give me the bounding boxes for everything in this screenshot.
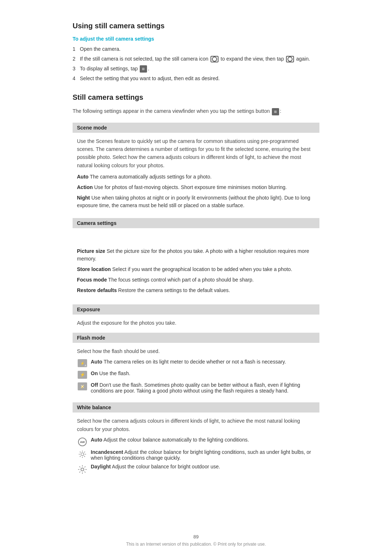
- subsection-title: To adjust the still camera settings: [73, 36, 319, 42]
- still-camera-title: Still camera settings: [73, 93, 319, 102]
- flash-mode-header: Flash mode: [73, 333, 319, 343]
- svg-line-15: [85, 467, 86, 468]
- flash-off: ⚡ ✕ Off Don't use the flash. Sometimes p…: [77, 382, 315, 394]
- scene-auto: Auto The camera automatically adjusts se…: [77, 173, 315, 181]
- focus-mode: Focus mode The focus settings control wh…: [77, 276, 315, 284]
- restore-defaults: Restore defaults Restore the camera sett…: [77, 287, 315, 294]
- step-3: 3 To display all settings, tap ⊞.: [73, 65, 319, 73]
- flash-description: Select how the flash should be used.: [77, 347, 315, 355]
- camera-settings-section: Camera settings Picture size Set the pic…: [73, 218, 319, 303]
- flash-auto-text: Auto The camera relies on its light mete…: [91, 359, 286, 365]
- svg-point-8: [81, 453, 84, 456]
- settings-icon: ⊞: [140, 65, 147, 73]
- scene-mode-body: Use the Scenes feature to quickly set up…: [73, 133, 319, 218]
- white-balance-header: White balance: [73, 402, 319, 413]
- exposure-body: Adjust the exposure for the photos you t…: [73, 315, 319, 333]
- scene-mode-section: Scene mode Use the Scenes feature to qui…: [73, 123, 319, 218]
- svg-point-18: [81, 468, 83, 471]
- scene-mode-header: Scene mode: [73, 123, 319, 133]
- scene-action: Action Use for photos of fast-moving obj…: [77, 184, 315, 191]
- camera-settings-header: Camera settings: [73, 218, 319, 228]
- wb-daylight: Daylight Adjust the colour balance for b…: [77, 464, 315, 475]
- scene-mode-description: Use the Scenes feature to quickly set up…: [77, 137, 315, 170]
- main-title: Using still camera settings: [73, 22, 319, 30]
- wb-auto-text: Auto Adjust the colour balance automatic…: [91, 437, 249, 443]
- white-balance-section: White balance Select how the camera adju…: [73, 402, 319, 483]
- wb-incandescent-text: Incandescent Adjust the colour balance f…: [91, 449, 315, 461]
- flash-off-icon: ⚡ ✕: [77, 382, 88, 391]
- step-2: 2 If the still camera is not selected, t…: [73, 55, 319, 63]
- camera-settings-body: Picture size Set the picture size for th…: [73, 228, 319, 303]
- flash-on: ⚡ On Use the flash.: [77, 370, 315, 379]
- page-footer: 89 This is an Internet version of this p…: [0, 527, 392, 554]
- svg-line-16: [79, 472, 81, 473]
- svg-line-13: [79, 467, 81, 468]
- page-number: 89: [7, 534, 385, 539]
- daylight-icon-svg: [77, 464, 87, 475]
- wb-daylight-icon: [77, 464, 88, 475]
- svg-line-7: [80, 456, 81, 457]
- svg-line-4: [80, 452, 81, 452]
- flash-auto: ⚡ A Auto The camera relies on its light …: [77, 359, 315, 368]
- step-4: 4 Select the setting that you want to ad…: [73, 75, 319, 82]
- flash-on-text: On Use the flash.: [91, 370, 130, 376]
- wb-incandescent-icon: [77, 449, 88, 459]
- svg-line-14: [85, 472, 86, 473]
- flash-auto-icon: ⚡ A: [77, 359, 88, 368]
- flash-off-text: Off Don't use the flash. Sometimes photo…: [91, 382, 315, 394]
- white-balance-body: Select how the camera adjusts colours in…: [73, 413, 319, 483]
- flash-on-icon: ⚡: [77, 370, 88, 379]
- flash-mode-section: Flash mode Select how the flash should b…: [73, 333, 319, 402]
- store-location: Store location Select if you want the ge…: [77, 266, 315, 273]
- step-1: 1 Open the camera.: [73, 45, 319, 53]
- wb-daylight-text: Daylight Adjust the colour balance for b…: [91, 464, 220, 469]
- flash-mode-body: Select how the flash should be used. ⚡ A…: [73, 343, 319, 402]
- exposure-section: Exposure Adjust the exposure for the pho…: [73, 304, 319, 333]
- wb-incandescent: Incandescent Adjust the colour balance f…: [77, 449, 315, 461]
- picture-size: Picture size Set the picture size for th…: [77, 247, 315, 263]
- settings-intro: The following settings appear in the cam…: [73, 107, 319, 115]
- svg-line-5: [84, 456, 85, 457]
- incandescent-icon-svg: [78, 450, 87, 459]
- scene-night: Night Use when taking photos at night or…: [77, 194, 315, 209]
- camera-icon: [211, 56, 219, 62]
- steps-list: 1 Open the camera. 2 If the still camera…: [73, 45, 319, 82]
- wb-description: Select how the camera adjusts colours in…: [77, 417, 315, 433]
- adjust-settings-section: To adjust the still camera settings 1 Op…: [73, 36, 319, 82]
- svg-line-6: [84, 452, 85, 452]
- wb-auto-icon: AW: [77, 437, 88, 446]
- exposure-description: Adjust the exposure for the photos you t…: [77, 319, 315, 327]
- footer-note: This is an Internet version of this publ…: [7, 542, 385, 547]
- settings-icon-inline: ⊞: [272, 108, 279, 115]
- exposure-header: Exposure: [73, 304, 319, 315]
- wb-auto: AW Auto Adjust the colour balance automa…: [77, 437, 315, 446]
- camera-icon-2: [286, 56, 294, 62]
